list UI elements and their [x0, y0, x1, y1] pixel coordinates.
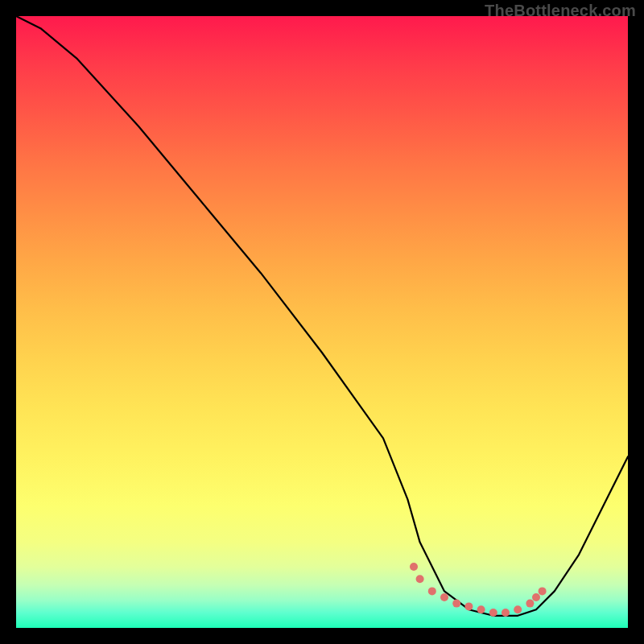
highlight-marker: [440, 593, 448, 601]
highlight-marker: [428, 587, 436, 595]
marker-layer: [410, 563, 547, 617]
highlight-marker: [502, 609, 510, 617]
bottleneck-curve: [16, 16, 628, 616]
chart-container: TheBottleneck.com: [0, 0, 644, 644]
highlight-marker: [539, 587, 547, 595]
chart-svg: [16, 16, 628, 628]
curve-layer: [16, 16, 628, 616]
plot-area: [16, 16, 628, 628]
highlight-marker: [477, 605, 485, 613]
highlight-marker: [416, 575, 424, 583]
highlight-marker: [410, 563, 418, 571]
highlight-marker: [464, 602, 473, 610]
highlight-marker: [514, 605, 522, 613]
highlight-marker: [452, 600, 460, 608]
highlight-marker: [532, 593, 540, 601]
highlight-marker: [526, 600, 534, 608]
highlight-marker: [489, 609, 497, 617]
watermark-label: TheBottleneck.com: [485, 2, 636, 20]
